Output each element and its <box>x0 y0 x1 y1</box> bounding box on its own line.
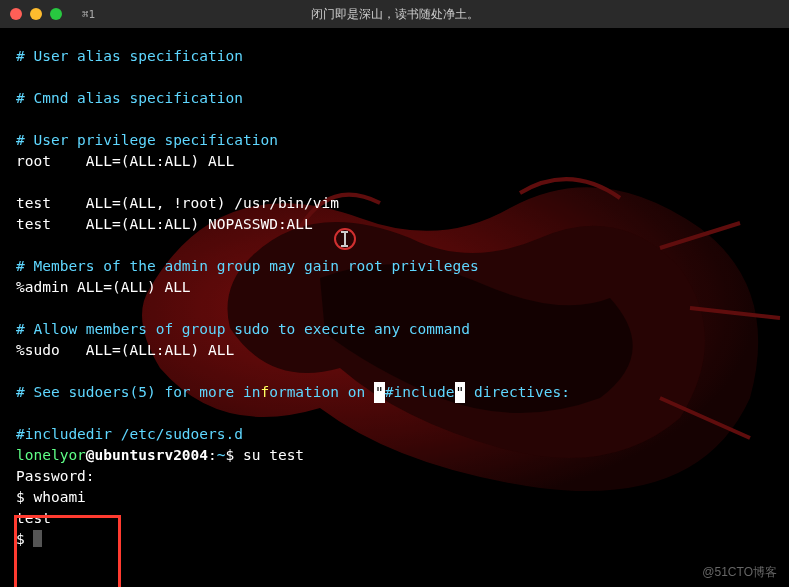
sudoers-includedir: #includedir /etc/sudoers.d <box>16 426 243 442</box>
password-prompt: Password: <box>16 468 95 484</box>
output-test: test <box>16 510 51 526</box>
prompt-path: ~ <box>217 447 226 463</box>
sudoers-rule-test1: test ALL=(ALL, !root) /usr/bin/vim <box>16 195 339 211</box>
close-icon[interactable] <box>10 8 22 20</box>
shell-prompt[interactable]: $ <box>16 531 33 547</box>
sudoers-rule-sudo: %sudo ALL=(ALL:ALL) ALL <box>16 342 234 358</box>
highlight-quote: " <box>455 382 466 403</box>
window-controls <box>10 8 62 20</box>
sudoers-comment: # Cmnd alias specification <box>16 90 243 106</box>
sudoers-comment: # Members of the admin group may gain ro… <box>16 258 479 274</box>
prompt-host: @ubuntusrv2004 <box>86 447 208 463</box>
sudoers-rule-admin: %admin ALL=(ALL) ALL <box>16 279 191 295</box>
command-whoami: $ whoami <box>16 489 86 505</box>
sudoers-comment: # User alias specification <box>16 48 243 64</box>
tab-label[interactable]: ⌘1 <box>82 8 95 21</box>
shell-prompt-line: lonelyor@ubuntusrv2004:~$ su test <box>16 445 773 466</box>
minimize-icon[interactable] <box>30 8 42 20</box>
prompt-user: lonelyor <box>16 447 86 463</box>
sudoers-rule-test2: test ALL=(ALL:ALL) NOPASSWD:ALL <box>16 216 313 232</box>
watermark: @51CTO博客 <box>702 564 777 581</box>
highlight-quote: " <box>374 382 385 403</box>
terminal-body[interactable]: # User alias specification # Cmnd alias … <box>0 28 789 587</box>
window-title: 闭门即是深山，读书随处净土。 <box>311 6 479 23</box>
command-su: su test <box>234 447 304 463</box>
maximize-icon[interactable] <box>50 8 62 20</box>
titlebar: ⌘1 闭门即是深山，读书随处净土。 <box>0 0 789 28</box>
cursor-icon <box>33 530 42 547</box>
sudoers-comment: # User privilege specification <box>16 132 278 148</box>
sudoers-comment: # Allow members of group sudo to execute… <box>16 321 470 337</box>
sudoers-rule-root: root ALL=(ALL:ALL) ALL <box>16 153 234 169</box>
sudoers-see-line: # See sudoers(5) for more information on… <box>16 382 773 403</box>
terminal-window: ⌘1 闭门即是深山，读书随处净土。 # User alias specifica… <box>0 0 789 587</box>
